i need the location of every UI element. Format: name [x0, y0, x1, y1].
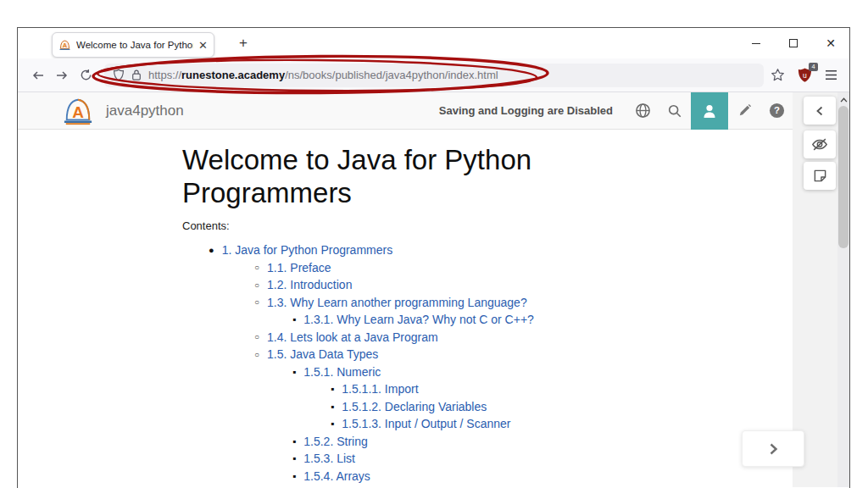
toc-item: ○1.3. Why Learn another programming Lang… — [209, 294, 534, 312]
toc-item: ▪1.5.1.2. Declaring Variables — [209, 398, 534, 416]
toc-link[interactable]: 1.3. Why Learn another programming Langu… — [267, 296, 527, 309]
question-icon: ? — [769, 103, 785, 119]
back-button[interactable] — [26, 64, 50, 87]
bullet-icon: ▪ — [292, 366, 296, 378]
close-button[interactable]: ✕ — [812, 28, 849, 58]
toc-link[interactable]: 1.4. Lets look at a Java Program — [267, 330, 438, 344]
bullet-icon: ▪ — [292, 470, 296, 482]
toc-link[interactable]: 1.5.1.2. Declaring Variables — [342, 400, 487, 413]
bullet-icon: ○ — [254, 280, 259, 290]
extension-badge: 4 — [809, 63, 818, 71]
toc-link[interactable]: 1. Java for Python Programmers — [222, 243, 393, 257]
toc-link[interactable]: 1.5.5. Dictionary — [303, 486, 389, 487]
scroll-up-arrow-icon — [840, 97, 848, 103]
book-header: A java4python Saving and Logging are Dis… — [18, 92, 793, 130]
toc-item: ▪1.5.1.1. Import — [209, 380, 534, 398]
close-icon: ✕ — [826, 36, 836, 50]
scroll-up-button[interactable] — [837, 94, 849, 106]
note-icon — [813, 169, 827, 183]
toc-link[interactable]: 1.5. Java Data Types — [267, 347, 378, 361]
toc-list: ●1. Java for Python Programmers○1.1. Pre… — [209, 241, 534, 487]
reload-button[interactable] — [74, 64, 97, 87]
toc-item: ○1.1. Preface — [209, 259, 534, 277]
tab-strip: A Welcome to Java for Python Pro ✕ + ✕ — [18, 28, 849, 58]
edit-button[interactable] — [728, 92, 760, 130]
bullet-icon: ○ — [254, 297, 259, 307]
scratchpad-button[interactable] — [804, 162, 836, 190]
globe-icon — [635, 103, 651, 119]
browser-tab[interactable]: A Welcome to Java for Python Pro ✕ — [52, 32, 214, 58]
svg-text:u: u — [803, 71, 807, 80]
bullet-icon: ○ — [254, 263, 259, 272]
contents-label: Contents: — [182, 219, 230, 232]
minimize-button[interactable] — [737, 28, 775, 58]
toolbar-right: u 4 — [771, 67, 841, 83]
toc-item: ○1.4. Lets look at a Java Program — [209, 329, 534, 347]
help-button[interactable]: ? — [760, 92, 793, 130]
new-tab-button[interactable]: + — [231, 31, 255, 55]
bullet-icon: ▪ — [331, 418, 334, 430]
search-icon — [667, 103, 682, 119]
user-icon — [701, 103, 718, 119]
forward-arrow-icon — [55, 69, 69, 82]
toc-link[interactable]: 1.1. Preface — [267, 261, 331, 274]
menu-button[interactable] — [825, 69, 837, 80]
chevron-left-icon — [815, 106, 824, 116]
tracking-shield-icon — [113, 69, 125, 81]
maximize-icon — [789, 39, 798, 47]
navigation-toolbar: https://runestone.academy/ns/books/publi… — [18, 58, 849, 92]
bullet-icon: ▪ — [292, 313, 296, 325]
svg-text:A: A — [63, 42, 68, 49]
url-bar[interactable]: https://runestone.academy/ns/books/publi… — [104, 64, 764, 87]
bookmark-star-button[interactable] — [771, 68, 785, 82]
url-text: https://runestone.academy/ns/books/publi… — [148, 69, 498, 81]
back-arrow-icon — [31, 69, 45, 82]
toc-link[interactable]: 1.3.1. Why Learn Java? Why not C or C++? — [303, 313, 534, 326]
toc-link[interactable]: 1.2. Introduction — [267, 278, 352, 291]
toc-link[interactable]: 1.5.1. Numeric — [303, 365, 381, 379]
scrollbar-thumb[interactable] — [838, 106, 849, 248]
toc-item: ●1. Java for Python Programmers — [209, 241, 534, 259]
lock-icon — [131, 69, 142, 81]
bullet-icon: ▪ — [331, 383, 334, 395]
runestone-logo[interactable]: A — [60, 96, 96, 126]
hamburger-menu-icon — [825, 69, 837, 80]
scrollbar[interactable] — [837, 92, 849, 487]
language-button[interactable] — [626, 92, 659, 130]
maximize-button[interactable] — [775, 28, 812, 58]
search-button[interactable] — [659, 92, 691, 130]
collapse-panel-button[interactable] — [804, 97, 836, 125]
window-controls: ✕ — [737, 28, 849, 58]
toc-link[interactable]: 1.5.2. String — [303, 435, 368, 448]
book-title[interactable]: java4python — [106, 103, 184, 119]
url-domain: runestone.academy — [181, 69, 285, 81]
bookmark-star-icon — [771, 68, 785, 82]
toc-link[interactable]: 1.5.3. List — [303, 452, 355, 465]
page-title: Welcome to Java for Python Programmers — [182, 143, 574, 209]
toc-item: ○1.2. Introduction — [209, 276, 534, 294]
bullet-icon: ▪ — [331, 401, 334, 413]
user-account-button[interactable] — [691, 92, 728, 130]
browser-window: A Welcome to Java for Python Pro ✕ + ✕ — [17, 27, 850, 488]
toc-link[interactable]: 1.5.4. Arrays — [303, 469, 370, 483]
eye-slash-icon — [811, 137, 828, 152]
toc-link[interactable]: 1.5.1.3. Input / Output / Scanner — [342, 417, 510, 430]
bullet-icon: ○ — [254, 350, 259, 359]
next-page-button[interactable] — [742, 430, 804, 467]
toc-link[interactable]: 1.5.1.1. Import — [342, 382, 418, 396]
toc-item: ▪1.5.1.3. Input / Output / Scanner — [209, 415, 534, 433]
screenshot-canvas: A Welcome to Java for Python Pro ✕ + ✕ — [0, 0, 868, 488]
bullet-icon: ▪ — [292, 435, 296, 447]
toc-item: ▪1.5.1. Numeric — [209, 363, 534, 381]
reload-icon — [80, 69, 92, 81]
url-path: /ns/books/published/java4python/index.ht… — [285, 69, 498, 81]
ublock-extension-button[interactable]: u 4 — [797, 67, 813, 83]
forward-button[interactable] — [50, 64, 74, 87]
hide-content-button[interactable] — [804, 130, 836, 158]
tab-close-icon[interactable]: ✕ — [198, 40, 208, 51]
pencil-icon — [737, 103, 752, 118]
toc-item: ▪1.5.3. List — [209, 450, 534, 468]
toc-item: ○1.5. Java Data Types — [209, 346, 534, 363]
bullet-icon: ● — [209, 245, 214, 255]
toc-item: ▪1.3.1. Why Learn Java? Why not C or C++… — [209, 311, 534, 329]
